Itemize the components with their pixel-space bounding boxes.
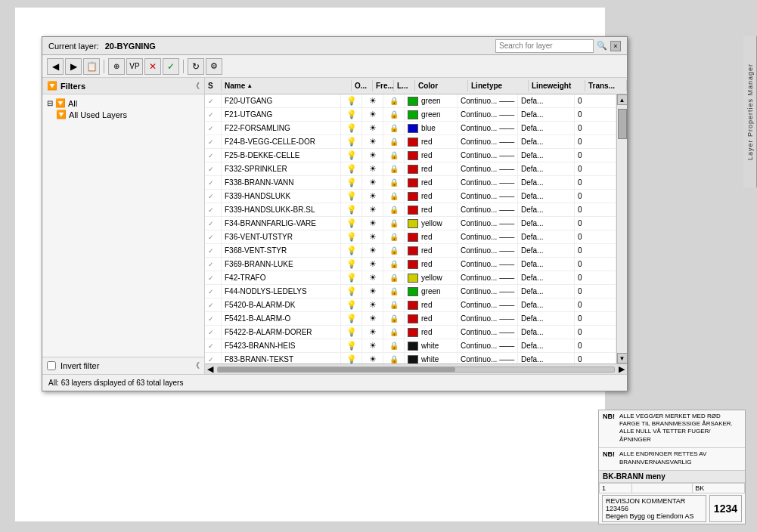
cell-on[interactable]: 💡 [341, 190, 362, 203]
cell-lineweight[interactable]: Defa... [518, 217, 575, 230]
cell-linetype[interactable]: Continuo... —— [458, 258, 518, 271]
cell-trans[interactable]: 0 [575, 312, 616, 325]
layer-row[interactable]: ✓ F34-BRANNFARLIG-VARE 💡 ☀ 🔒 yellow Cont… [205, 217, 616, 230]
cell-trans[interactable]: 0 [575, 298, 616, 311]
cell-color[interactable]: white [405, 353, 458, 363]
set-current-button[interactable]: ✓ [163, 58, 179, 75]
layer-row[interactable]: ✓ F21-UTGANG 💡 ☀ 🔒 green Continuo... —— … [205, 108, 616, 122]
cell-linetype[interactable]: Continuo... —— [458, 298, 518, 311]
layer-row[interactable]: ✓ F5420-B-ALARM-DK 💡 ☀ 🔒 red Continuo...… [205, 298, 616, 312]
cell-on[interactable]: 💡 [341, 353, 362, 363]
horizontal-scrollbar[interactable]: ◀ ▶ [205, 363, 627, 374]
cell-freeze[interactable]: ☀ [362, 244, 383, 257]
cell-color[interactable]: red [405, 258, 458, 271]
cell-linetype[interactable]: Continuo... —— [458, 162, 518, 175]
cell-freeze[interactable]: ☀ [362, 326, 383, 339]
cell-linetype[interactable]: Continuo... —— [458, 312, 518, 325]
layer-row[interactable]: ✓ F36-VENT-UTSTYR 💡 ☀ 🔒 red Continuo... … [205, 230, 616, 244]
cell-lock[interactable]: 🔒 [383, 244, 405, 257]
col-header-linetype[interactable]: Linetype [468, 80, 529, 91]
cell-on[interactable]: 💡 [341, 135, 362, 148]
cell-color[interactable]: yellow [405, 217, 458, 230]
cell-lock[interactable]: 🔒 [383, 326, 405, 339]
cell-linetype[interactable]: Continuo... —— [458, 122, 518, 135]
cell-lineweight[interactable]: Defa... [518, 162, 575, 175]
cell-freeze[interactable]: ☀ [362, 285, 383, 298]
cell-freeze[interactable]: ☀ [362, 203, 383, 216]
nav-back-button[interactable]: ◀ [47, 58, 64, 75]
cell-lock[interactable]: 🔒 [383, 190, 405, 203]
cell-on[interactable]: 💡 [341, 162, 362, 175]
cell-lineweight[interactable]: Defa... [518, 312, 575, 325]
cell-lock[interactable]: 🔒 [383, 230, 405, 243]
col-header-lineweight[interactable]: Lineweight [529, 80, 585, 91]
filter-arrow-btn[interactable]: 《 [192, 360, 200, 371]
cell-lineweight[interactable]: Defa... [518, 326, 575, 339]
cell-lineweight[interactable]: Defa... [518, 176, 575, 189]
cell-freeze[interactable]: ☀ [362, 271, 383, 284]
layer-row[interactable]: ✓ F20-UTGANG 💡 ☀ 🔒 green Continuo... —— … [205, 94, 616, 108]
cell-lock[interactable]: 🔒 [383, 353, 405, 363]
cell-trans[interactable]: 0 [575, 190, 616, 203]
cell-lock[interactable]: 🔒 [383, 203, 405, 216]
layer-list[interactable]: ✓ F20-UTGANG 💡 ☀ 🔒 green Continuo... —— … [205, 94, 616, 363]
vertical-scrollbar[interactable]: ▲ ▼ [616, 94, 627, 363]
cell-lock[interactable]: 🔒 [383, 122, 405, 135]
cell-lineweight[interactable]: Defa... [518, 190, 575, 203]
cell-trans[interactable]: 0 [575, 258, 616, 271]
cell-trans[interactable]: 0 [575, 176, 616, 189]
cell-trans[interactable]: 0 [575, 271, 616, 284]
cell-color[interactable]: green [405, 94, 458, 107]
cell-color[interactable]: red [405, 135, 458, 148]
cell-freeze[interactable]: ☀ [362, 298, 383, 311]
cell-lineweight[interactable]: Defa... [518, 271, 575, 284]
search-icon[interactable]: 🔍 [597, 41, 607, 51]
cell-linetype[interactable]: Continuo... —— [458, 94, 518, 107]
cell-freeze[interactable]: ☀ [362, 339, 383, 352]
delete-layer-button[interactable]: ✕ [144, 58, 161, 75]
cell-lock[interactable]: 🔒 [383, 108, 405, 121]
cell-color[interactable]: red [405, 230, 458, 243]
layer-row[interactable]: ✓ F338-BRANN-VANN 💡 ☀ 🔒 red Continuo... … [205, 176, 616, 190]
hscroll-right-btn[interactable]: ▶ [616, 364, 627, 374]
cell-color[interactable]: blue [405, 122, 458, 135]
cell-freeze[interactable]: ☀ [362, 94, 383, 107]
cell-color[interactable]: red [405, 326, 458, 339]
cell-lock[interactable]: 🔒 [383, 162, 405, 175]
cell-color[interactable]: white [405, 339, 458, 352]
cell-linetype[interactable]: Continuo... —— [458, 244, 518, 257]
layer-row[interactable]: ✓ F5423-BRANN-HEIS 💡 ☀ 🔒 white Continuo.… [205, 339, 616, 353]
cell-on[interactable]: 💡 [341, 217, 362, 230]
scroll-down-btn[interactable]: ▼ [617, 353, 628, 363]
nav-fwd-button[interactable]: ▶ [65, 58, 82, 75]
settings-button[interactable]: ⚙ [206, 58, 222, 75]
cell-trans[interactable]: 0 [575, 326, 616, 339]
cell-trans[interactable]: 0 [575, 285, 616, 298]
layer-row[interactable]: ✓ F5422-B-ALARM-DORER 💡 ☀ 🔒 red Continuo… [205, 326, 616, 339]
new-vp-layer-button[interactable]: VP [126, 58, 143, 75]
layer-row[interactable]: ✓ F25-B-DEKKE-CELLE 💡 ☀ 🔒 red Continuo..… [205, 149, 616, 162]
cell-on[interactable]: 💡 [341, 203, 362, 216]
cell-color[interactable]: green [405, 108, 458, 121]
cell-lock[interactable]: 🔒 [383, 149, 405, 162]
cell-freeze[interactable]: ☀ [362, 162, 383, 175]
cell-lock[interactable]: 🔒 [383, 94, 405, 107]
cell-on[interactable]: 💡 [341, 326, 362, 339]
cell-trans[interactable]: 0 [575, 230, 616, 243]
cell-color[interactable]: red [405, 203, 458, 216]
cell-linetype[interactable]: Continuo... —— [458, 149, 518, 162]
cell-linetype[interactable]: Continuo... —— [458, 326, 518, 339]
cell-on[interactable]: 💡 [341, 94, 362, 107]
cell-lock[interactable]: 🔒 [383, 298, 405, 311]
filter-item-used-layers[interactable]: 🔽 All Used Layers [54, 109, 201, 120]
cell-freeze[interactable]: ☀ [362, 190, 383, 203]
cell-linetype[interactable]: Continuo... —— [458, 230, 518, 243]
cell-lock[interactable]: 🔒 [383, 258, 405, 271]
cell-lock[interactable]: 🔒 [383, 271, 405, 284]
cell-color[interactable]: red [405, 298, 458, 311]
cell-color[interactable]: yellow [405, 271, 458, 284]
cell-color[interactable]: red [405, 149, 458, 162]
cell-color[interactable]: red [405, 162, 458, 175]
layer-row[interactable]: ✓ F5421-B-ALARM-O 💡 ☀ 🔒 red Continuo... … [205, 312, 616, 326]
col-header-color[interactable]: Color [415, 80, 468, 91]
